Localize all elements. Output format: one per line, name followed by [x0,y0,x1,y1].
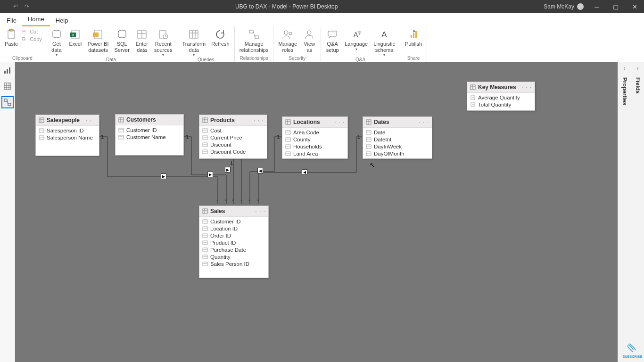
svg-rect-108 [471,85,475,90]
field-icon [39,135,44,140]
svg-rect-31 [413,33,414,38]
measure-icon [470,102,476,107]
tab-file[interactable]: File [1,15,22,26]
table-field: DayInWeek [363,143,432,150]
table-field: Salesperson Name [36,134,99,141]
table-field: Order ID [199,232,268,239]
field-icon [366,130,372,135]
svg-rect-106 [203,262,207,266]
filter-arrow-icon: ▶ [161,173,166,179]
data-view-button[interactable] [1,80,14,92]
sql-server-button[interactable]: SQL Server [112,28,131,53]
table-field: County [282,136,347,143]
tab-help[interactable]: Help [50,15,74,26]
table-customers[interactable]: Customers· · · Customer ID Customer Name [115,114,184,156]
manage-relationships-button[interactable]: Manage relationships [238,28,271,53]
model-view-button[interactable] [1,96,14,108]
table-icon [118,117,124,123]
tab-home[interactable]: Home [22,13,50,26]
svg-rect-89 [366,152,371,156]
svg-rect-54 [119,128,124,132]
svg-rect-91 [203,209,207,214]
table-icon [39,117,44,123]
group-clipboard: Clipboard [12,56,33,62]
more-icon[interactable]: · · · [254,117,264,123]
publish-button[interactable]: Publish [403,28,424,47]
undo-icon[interactable]: ↶ [13,3,18,10]
maximize-button[interactable]: ▢ [606,0,625,13]
group-security: Security [289,56,305,62]
user-name[interactable]: Sam McKay [544,3,574,10]
cut-button[interactable]: ✂Cut [22,28,42,35]
svg-rect-33 [4,71,6,74]
table-field: Customer Name [116,133,183,140]
field-icon [202,233,208,238]
more-icon[interactable]: · · · [419,119,429,125]
manage-roles-button[interactable]: Manage roles [276,28,299,53]
svg-rect-42 [8,103,11,106]
properties-pane[interactable]: ‹ Properties [618,62,631,362]
chevron-left-icon[interactable]: ‹ [624,62,626,74]
table-sales[interactable]: Sales· · · Customer ID Location ID Order… [199,206,269,278]
paste-button[interactable]: Paste [3,28,20,47]
more-icon[interactable]: · · · [521,84,532,90]
close-button[interactable]: ✕ [625,0,644,13]
more-icon[interactable]: · · · [170,116,181,123]
field-icon [202,240,208,245]
pbi-datasets-button[interactable]: Power BI datasets [86,28,111,53]
window-title: UBG to DAX - Model - Power BI Desktop [29,3,544,10]
filter-arrow-icon: ▶ [225,167,231,173]
field-icon [202,262,208,266]
table-field: DateInt [363,136,432,143]
copy-button[interactable]: ⧉Copy [22,36,42,42]
table-field: Total Quantity [467,101,535,108]
field-icon [39,128,44,133]
language-button[interactable]: A字Language▾ [343,28,370,51]
enter-data-button[interactable]: Enter data [133,28,150,53]
recent-sources-button[interactable]: Recent sources▾ [152,28,174,57]
svg-point-23 [284,31,288,34]
more-icon[interactable]: · · · [255,208,265,214]
table-key-measures[interactable]: Key Measures· · · Average Quantity Total… [467,82,535,111]
svg-rect-26 [328,31,337,36]
redo-icon[interactable]: ↷ [25,3,29,10]
chevron-left-icon[interactable]: ‹ [637,62,639,74]
table-dates[interactable]: Dates· · · Date DateInt DayInWeek DayOfM… [363,116,432,159]
svg-rect-56 [119,135,124,139]
linguistic-schema-button[interactable]: ALinguistic schema▾ [372,28,397,57]
view-as-button[interactable]: View as [301,28,318,53]
user-avatar-icon[interactable] [577,3,584,10]
svg-rect-83 [366,131,371,134]
report-view-button[interactable] [1,64,14,76]
svg-rect-41 [4,99,7,101]
table-field: Quantity [199,253,268,260]
transform-data-button[interactable]: Transform data▾ [180,28,207,57]
more-icon[interactable]: · · · [86,117,96,123]
more-icon[interactable]: · · · [334,119,345,125]
svg-rect-74 [286,138,290,141]
svg-rect-69 [286,120,290,124]
refresh-button[interactable]: Refresh [209,28,231,47]
svg-rect-1 [9,29,13,31]
table-field: Product ID [199,239,268,246]
table-field: Discount [199,141,267,148]
svg-rect-96 [203,227,207,230]
table-field: Current Price [199,134,267,141]
get-data-button[interactable]: Get data▾ [48,28,65,57]
model-canvas[interactable]: 1 1 1 1 1 ▶ ▶ ▶ ◀ ◀ * * * * * * Salespeo… [15,62,618,362]
field-icon [202,219,208,224]
svg-text:A: A [381,30,387,39]
measure-icon [470,95,476,100]
minimize-button[interactable]: ─ [587,0,606,13]
svg-rect-100 [203,241,207,245]
filter-arrow-icon: ◀ [257,168,263,173]
table-salespeople[interactable]: Salespeople· · · Salesperson ID Salesper… [35,115,99,156]
excel-button[interactable]: XExcel [67,28,84,47]
fields-pane[interactable]: ‹ Fields [631,62,644,362]
svg-rect-94 [203,220,207,223]
qa-setup-button[interactable]: Q&A setup [324,28,341,53]
filter-arrow-icon: ▶ [207,172,213,177]
field-icon [202,247,208,252]
table-products[interactable]: Products· · · Cost Current Price Discoun… [199,115,267,159]
table-locations[interactable]: Locations· · · Area Code County Househol… [282,116,348,159]
